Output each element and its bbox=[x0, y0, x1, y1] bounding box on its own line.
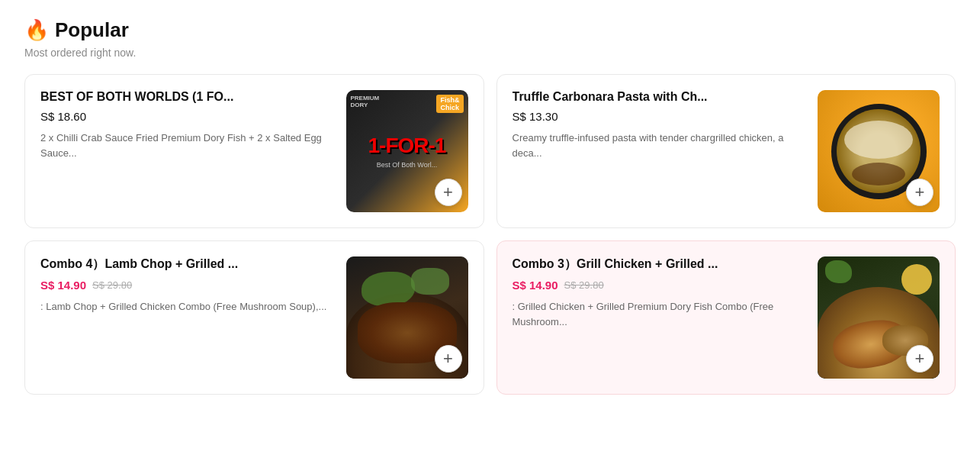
add-button-3[interactable]: + bbox=[435, 345, 462, 373]
card-content: Combo 4）Lamb Chop + Grilled ... S$ 14.90… bbox=[40, 256, 334, 314]
premium-dory-label: PREMIUMDORY bbox=[351, 95, 380, 108]
price: S$ 18.60 bbox=[40, 110, 86, 123]
card-title: BEST OF BOTH WORLDS (1 FO... bbox=[40, 90, 334, 104]
card-title: Truffle Carbonara Pasta with Ch... bbox=[512, 90, 806, 104]
card-1[interactable]: BEST OF BOTH WORLDS (1 FO... S$ 18.60 2 … bbox=[24, 74, 484, 228]
best-of-both-worlds-label: Best Of Both Worl... bbox=[377, 161, 437, 169]
section-subtitle: Most ordered right now. bbox=[24, 47, 956, 59]
card-description: Creamy truffle-infused pasta with tender… bbox=[512, 131, 806, 160]
add-button-4[interactable]: + bbox=[906, 345, 933, 373]
section-header: 🔥 Popular bbox=[24, 18, 956, 42]
original-price: S$ 29.80 bbox=[564, 279, 604, 291]
price-row: S$ 18.60 bbox=[40, 110, 334, 123]
card-content: Combo 3）Grill Chicken + Grilled ... S$ 1… bbox=[512, 256, 806, 329]
card-3[interactable]: Combo 4）Lamb Chop + Grilled ... S$ 14.90… bbox=[24, 240, 484, 395]
card-title: Combo 4）Lamb Chop + Grilled ... bbox=[40, 256, 334, 273]
card-content: Truffle Carbonara Pasta with Ch... S$ 13… bbox=[512, 90, 806, 160]
price-row: S$ 13.30 bbox=[512, 110, 806, 123]
original-price: S$ 29.80 bbox=[92, 279, 132, 291]
card-4[interactable]: Combo 3）Grill Chicken + Grilled ... S$ 1… bbox=[496, 240, 956, 395]
popular-section: 🔥 Popular Most ordered right now. BEST O… bbox=[24, 18, 956, 395]
price-row: S$ 14.90 S$ 29.80 bbox=[512, 279, 806, 292]
card-image: + bbox=[818, 90, 940, 212]
add-button-2[interactable]: + bbox=[906, 179, 933, 206]
fish-chick-badge: Fish&Chick bbox=[436, 95, 463, 113]
card-image: + bbox=[346, 256, 468, 379]
flame-icon: 🔥 bbox=[24, 18, 49, 42]
discounted-price: S$ 14.90 bbox=[512, 279, 558, 292]
card-description: : Grilled Chicken + Grilled Premium Dory… bbox=[512, 299, 806, 329]
1for1-text: 1-FOR-1 bbox=[368, 134, 446, 158]
price-row: S$ 14.90 S$ 29.80 bbox=[40, 279, 334, 292]
price: S$ 13.30 bbox=[512, 110, 558, 123]
discounted-price: S$ 14.90 bbox=[40, 279, 86, 292]
add-button-1[interactable]: + bbox=[435, 179, 462, 206]
cards-grid: BEST OF BOTH WORLDS (1 FO... S$ 18.60 2 … bbox=[24, 74, 956, 395]
card-image: Fish&Chick PREMIUMDORY 1-FOR-1 Best Of B… bbox=[346, 90, 468, 212]
card-content: BEST OF BOTH WORLDS (1 FO... S$ 18.60 2 … bbox=[40, 90, 334, 160]
card-image: + bbox=[818, 256, 940, 379]
card-description: : Lamb Chop + Grilled Chicken Combo (Fre… bbox=[40, 299, 334, 314]
card-description: 2 x Chilli Crab Sauce Fried Premium Dory… bbox=[40, 131, 334, 160]
card-title: Combo 3）Grill Chicken + Grilled ... bbox=[512, 256, 806, 273]
card-2[interactable]: Truffle Carbonara Pasta with Ch... S$ 13… bbox=[496, 74, 956, 228]
section-title: Popular bbox=[55, 18, 129, 42]
